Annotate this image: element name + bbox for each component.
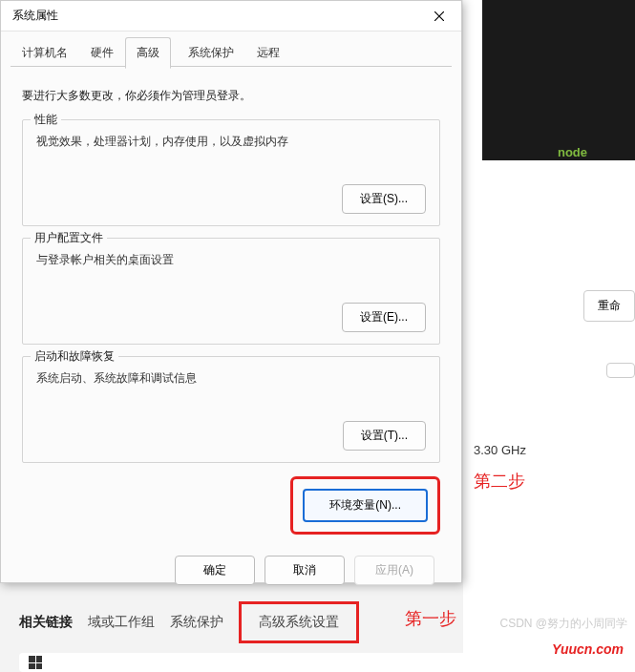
admin-info-text: 要进行大多数更改，你必须作为管理员登录。 <box>22 88 440 104</box>
advanced-system-settings-highlight: 高级系统设置 <box>239 601 359 643</box>
node-logo-text: node <box>558 145 587 159</box>
group-userprofile-desc: 与登录帐户相关的桌面设置 <box>36 252 426 268</box>
group-performance: 性能 视觉效果，处理器计划，内存使用，以及虚拟内存 设置(S)... <box>22 119 440 226</box>
group-performance-desc: 视觉效果，处理器计划，内存使用，以及虚拟内存 <box>36 134 426 150</box>
yuucn-credit: Yuucn.com <box>552 641 624 657</box>
related-links-label: 相关链接 <box>19 614 73 631</box>
ok-button[interactable]: 确定 <box>175 556 255 585</box>
performance-settings-button[interactable]: 设置(S)... <box>342 184 426 214</box>
annotation-step1: 第一步 <box>405 607 456 630</box>
startup-settings-button[interactable]: 设置(T)... <box>343 421 426 451</box>
dialog-title: 系统属性 <box>12 8 58 24</box>
tab-remote[interactable]: 远程 <box>245 37 291 69</box>
group-startup: 启动和故障恢复 系统启动、系统故障和调试信息 设置(T)... <box>22 356 440 463</box>
cancel-button[interactable]: 取消 <box>265 556 345 585</box>
group-userprofile-title: 用户配置文件 <box>31 230 107 246</box>
env-variables-button[interactable]: 环境变量(N)... <box>303 489 428 522</box>
rename-button-partial[interactable]: 重命 <box>583 290 635 322</box>
bottom-card <box>19 653 611 672</box>
cpu-ghz-text: 3.30 GHz <box>474 443 526 457</box>
background-dark-region <box>482 0 635 160</box>
env-variables-highlight: 环境变量(N)... <box>290 476 440 535</box>
tab-underline <box>11 66 452 67</box>
group-userprofile: 用户配置文件 与登录帐户相关的桌面设置 设置(E)... <box>22 238 440 345</box>
tab-computer-name[interactable]: 计算机名 <box>11 37 79 69</box>
apply-button[interactable]: 应用(A) <box>354 556 434 585</box>
tab-hardware[interactable]: 硬件 <box>79 37 125 69</box>
group-startup-desc: 系统启动、系统故障和调试信息 <box>36 370 426 387</box>
csdn-watermark: CSDN @努力的小周同学 <box>499 616 627 632</box>
related-links-row: 相关链接 域或工作组 系统保护 高级系统设置 <box>19 601 359 643</box>
tab-advanced[interactable]: 高级 <box>125 37 171 69</box>
dialog-content: 要进行大多数更改，你必须作为管理员登录。 性能 视觉效果，处理器计划，内存使用，… <box>1 69 461 597</box>
close-button[interactable] <box>417 1 461 32</box>
group-startup-title: 启动和故障恢复 <box>31 348 118 365</box>
tabs-row: 计算机名 硬件 高级 系统保护 远程 <box>1 32 461 69</box>
dialog-titlebar: 系统属性 <box>1 1 461 32</box>
system-properties-dialog: 系统属性 计算机名 硬件 高级 系统保护 远程 要进行大多数更改，你必须作为管理… <box>0 0 462 583</box>
link-domain-workgroup[interactable]: 域或工作组 <box>88 614 155 631</box>
env-variables-row: 环境变量(N)... <box>22 476 440 535</box>
close-icon <box>434 11 444 21</box>
annotation-step2: 第二步 <box>474 470 525 493</box>
link-advanced-system-settings[interactable]: 高级系统设置 <box>259 614 339 629</box>
userprofile-settings-button[interactable]: 设置(E)... <box>342 303 426 332</box>
tab-system-protection[interactable]: 系统保护 <box>177 37 245 69</box>
side-button-partial[interactable] <box>606 363 635 378</box>
dialog-footer-buttons: 确定 取消 应用(A) <box>22 556 440 585</box>
link-system-protection[interactable]: 系统保护 <box>170 614 223 631</box>
windows-icon <box>29 656 42 669</box>
group-performance-title: 性能 <box>31 112 61 128</box>
